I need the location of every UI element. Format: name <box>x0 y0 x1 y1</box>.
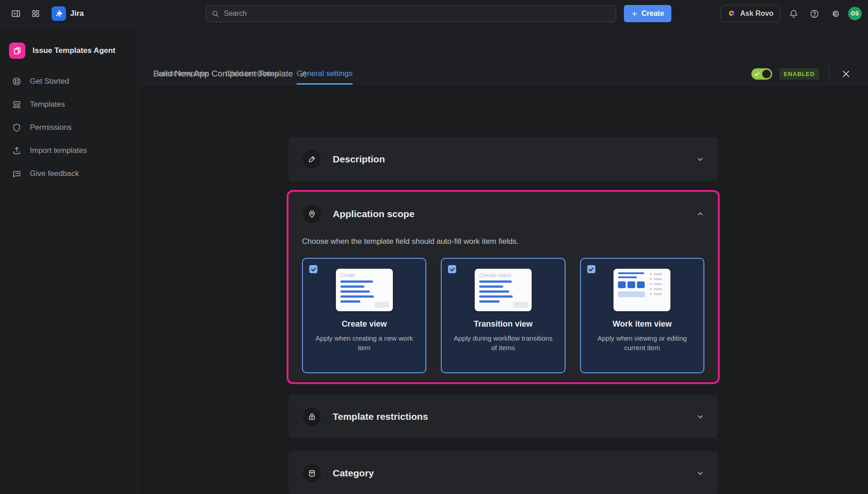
pencil-icon <box>302 149 322 169</box>
application-scope-section-header[interactable]: Application scope <box>288 192 718 236</box>
main-panel: Build New App Component Template ENABLED <box>139 27 868 494</box>
scope-option-cards: Create Create view Apply when creating a… <box>288 246 718 373</box>
close-icon <box>841 69 851 79</box>
help-icon <box>810 9 819 19</box>
sidebar-item-label: Give feedback <box>30 169 79 178</box>
sidebar-item-label: Templates <box>30 100 65 109</box>
checkbox-checked[interactable] <box>587 265 595 273</box>
illustration-button <box>375 302 389 308</box>
plus-icon <box>631 10 638 17</box>
gear-icon <box>830 9 840 19</box>
feedback-icon <box>12 169 22 179</box>
sidebar-item-label: Permissions <box>30 123 72 132</box>
jira-logo-icon <box>52 6 66 21</box>
section-application-scope: Application scope Choose when the templa… <box>288 192 718 382</box>
work-item-view-illustration <box>613 269 670 311</box>
illustration-label: Create <box>340 272 388 278</box>
tab-child-templates[interactable]: Child templates <box>226 69 278 85</box>
top-navigation-bar: Jira Create <box>0 0 868 27</box>
create-button-label: Create <box>642 10 664 18</box>
option-card-transition-view[interactable]: Change status Transition view Apply duri… <box>441 258 565 373</box>
topbar-right-cluster: Ask Rovo OS <box>721 0 862 27</box>
shield-icon <box>12 123 22 133</box>
create-button[interactable]: Create <box>624 5 671 22</box>
category-section-header[interactable]: Category <box>288 451 718 494</box>
chevron-up-icon <box>696 210 704 218</box>
app-name: Jira <box>70 9 84 18</box>
status-badge: ENABLED <box>779 68 819 80</box>
sidebar-toggle-button[interactable] <box>8 6 24 21</box>
illustration-label: Change status <box>479 272 527 278</box>
section-category: Category <box>288 451 718 494</box>
lifebuoy-icon <box>12 76 22 86</box>
illustration-button <box>514 302 528 308</box>
sidebar-app-title: Issue Templates Agent <box>33 46 115 55</box>
archive-box-icon <box>302 463 322 483</box>
sidebar-item-give-feedback[interactable]: Give feedback <box>0 162 138 185</box>
chevron-down-icon <box>696 413 704 421</box>
option-title: Work item view <box>581 319 703 329</box>
sidebar-item-templates[interactable]: Templates <box>0 93 138 116</box>
bell-icon <box>789 9 798 19</box>
sidebar-item-permissions[interactable]: Permissions <box>0 116 138 139</box>
enabled-toggle[interactable] <box>751 68 772 80</box>
global-search[interactable] <box>206 5 616 22</box>
template-editor-header: Build New App Component Template ENABLED <box>139 27 868 85</box>
toggle-check-icon <box>754 71 760 77</box>
option-title: Create view <box>303 319 425 329</box>
issue-templates-agent-icon <box>9 43 25 59</box>
settings-button[interactable] <box>827 6 843 21</box>
chevron-down-icon <box>696 155 704 163</box>
help-button[interactable] <box>807 6 822 21</box>
sidebar-item-get-started[interactable]: Get Started <box>0 70 138 93</box>
checkbox-checked[interactable] <box>448 265 456 273</box>
upload-icon <box>12 146 22 156</box>
header-divider <box>829 66 830 81</box>
chevron-down-icon <box>696 469 704 477</box>
option-title: Transition view <box>442 319 564 329</box>
sidebar: Issue Templates Agent Get Started Tem <box>0 27 138 494</box>
option-description: Apply during workflow transitions of ite… <box>451 333 555 352</box>
tab-parent-template[interactable]: Parent template <box>153 69 208 85</box>
search-icon <box>212 10 219 18</box>
description-section-header[interactable]: Description <box>288 137 718 181</box>
user-avatar[interactable]: OS <box>848 7 862 20</box>
section-title: Application scope <box>333 209 685 219</box>
notifications-button[interactable] <box>786 6 801 21</box>
template-restrictions-section-header[interactable]: Template restrictions <box>288 394 718 439</box>
sidebar-toggle-icon <box>11 9 21 19</box>
sidebar-item-import-templates[interactable]: Import templates <box>0 139 138 162</box>
avatar-initials: OS <box>851 10 859 17</box>
lock-icon <box>302 407 322 427</box>
search-input[interactable] <box>224 10 610 18</box>
app-switcher-button[interactable] <box>28 6 43 21</box>
option-card-create-view[interactable]: Create Create view Apply when creating a… <box>302 258 426 373</box>
template-tabs: Parent template Child templates General … <box>153 69 353 85</box>
sidebar-item-label: Get Started <box>30 77 69 86</box>
jira-logo[interactable]: Jira <box>52 6 84 21</box>
section-template-restrictions: Template restrictions <box>288 394 718 438</box>
section-title: Template restrictions <box>333 411 685 422</box>
sidebar-nav: Get Started Templates Permissions <box>0 70 138 185</box>
application-scope-subtitle: Choose when the template field should au… <box>288 237 718 246</box>
sidebar-app-header[interactable]: Issue Templates Agent <box>0 40 138 62</box>
templates-layout-icon <box>12 100 22 109</box>
sidebar-item-label: Import templates <box>30 146 87 155</box>
topbar-left-cluster: Jira <box>0 6 84 21</box>
section-description: Description <box>288 137 718 181</box>
general-settings-content: Description Application scope Choose w <box>139 85 868 494</box>
app-grid-icon <box>31 9 40 18</box>
location-pin-icon <box>302 204 322 224</box>
option-description: Apply when creating a new work item <box>312 333 416 352</box>
tab-general-settings[interactable]: General settings <box>297 69 353 85</box>
checkbox-checked[interactable] <box>309 265 317 273</box>
template-status-controls: ENABLED <box>751 66 853 81</box>
toggle-knob <box>762 70 771 78</box>
rovo-icon <box>727 10 736 18</box>
option-description: Apply when viewing or editing current it… <box>590 333 694 352</box>
section-title: Description <box>333 154 685 165</box>
ask-rovo-button[interactable]: Ask Rovo <box>721 5 780 22</box>
option-card-work-item-view[interactable]: Work item view Apply when viewing or edi… <box>580 258 704 373</box>
ask-rovo-label: Ask Rovo <box>740 10 774 18</box>
close-button[interactable] <box>840 67 853 81</box>
